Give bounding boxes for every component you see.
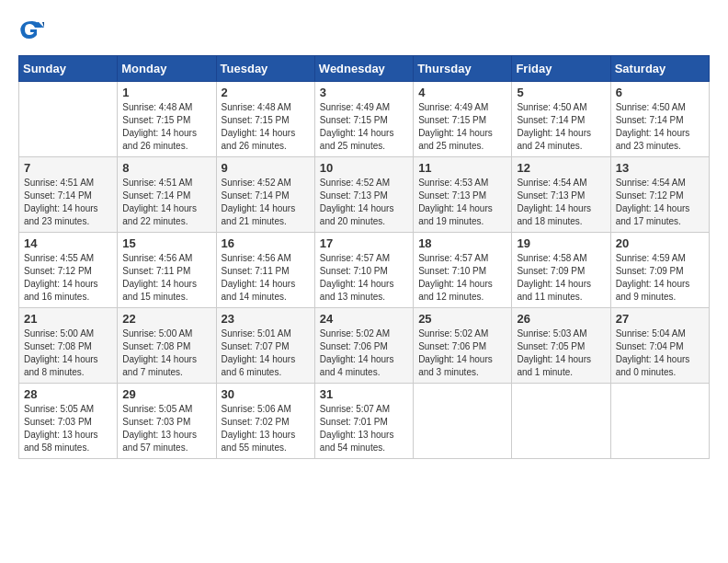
day-number: 4 xyxy=(418,86,506,99)
day-info: Sunrise: 4:54 AM Sunset: 7:12 PM Dayligh… xyxy=(616,177,704,228)
day-number: 23 xyxy=(222,312,310,326)
calendar-cell: 19Sunrise: 4:58 AM Sunset: 7:09 PM Dayli… xyxy=(512,233,610,308)
day-info: Sunrise: 4:52 AM Sunset: 7:13 PM Dayligh… xyxy=(320,177,408,228)
calendar-cell: 22Sunrise: 5:00 AM Sunset: 7:08 PM Dayli… xyxy=(118,308,216,384)
weekday-header-wednesday: Wednesday xyxy=(314,56,413,82)
calendar-cell xyxy=(414,384,512,459)
day-number: 16 xyxy=(222,236,310,250)
day-number: 12 xyxy=(517,161,605,175)
calendar-week-row: 14Sunrise: 4:55 AM Sunset: 7:12 PM Dayli… xyxy=(19,233,710,308)
day-info: Sunrise: 4:57 AM Sunset: 7:10 PM Dayligh… xyxy=(418,252,506,304)
day-info: Sunrise: 4:52 AM Sunset: 7:14 PM Dayligh… xyxy=(222,177,310,228)
calendar-week-row: 28Sunrise: 5:05 AM Sunset: 7:03 PM Dayli… xyxy=(19,384,710,459)
day-number: 5 xyxy=(517,86,605,99)
day-info: Sunrise: 4:56 AM Sunset: 7:11 PM Dayligh… xyxy=(122,252,210,304)
day-info: Sunrise: 4:50 AM Sunset: 7:14 PM Dayligh… xyxy=(517,101,605,153)
weekday-header-tuesday: Tuesday xyxy=(216,56,314,82)
day-number: 30 xyxy=(222,387,310,401)
calendar-cell: 26Sunrise: 5:03 AM Sunset: 7:05 PM Dayli… xyxy=(512,308,610,384)
day-info: Sunrise: 4:59 AM Sunset: 7:09 PM Dayligh… xyxy=(616,252,704,304)
calendar-cell: 10Sunrise: 4:52 AM Sunset: 7:13 PM Dayli… xyxy=(314,157,413,233)
day-info: Sunrise: 5:02 AM Sunset: 7:06 PM Dayligh… xyxy=(320,327,408,379)
calendar-cell: 1Sunrise: 4:48 AM Sunset: 7:15 PM Daylig… xyxy=(118,82,216,157)
day-info: Sunrise: 4:48 AM Sunset: 7:15 PM Dayligh… xyxy=(222,101,310,153)
day-number: 17 xyxy=(320,236,408,250)
day-info: Sunrise: 4:50 AM Sunset: 7:14 PM Dayligh… xyxy=(616,101,704,153)
day-info: Sunrise: 4:49 AM Sunset: 7:15 PM Dayligh… xyxy=(418,101,506,153)
day-number: 15 xyxy=(122,236,210,250)
calendar-cell: 24Sunrise: 5:02 AM Sunset: 7:06 PM Dayli… xyxy=(314,308,413,384)
calendar-cell: 6Sunrise: 4:50 AM Sunset: 7:14 PM Daylig… xyxy=(610,82,709,157)
calendar-cell: 21Sunrise: 5:00 AM Sunset: 7:08 PM Dayli… xyxy=(19,308,118,384)
day-info: Sunrise: 4:57 AM Sunset: 7:10 PM Dayligh… xyxy=(320,252,408,304)
day-number: 24 xyxy=(320,312,408,326)
day-info: Sunrise: 4:51 AM Sunset: 7:14 PM Dayligh… xyxy=(122,177,210,228)
calendar-cell xyxy=(512,384,610,459)
calendar-cell: 31Sunrise: 5:07 AM Sunset: 7:01 PM Dayli… xyxy=(314,384,413,459)
calendar-cell: 20Sunrise: 4:59 AM Sunset: 7:09 PM Dayli… xyxy=(610,233,709,308)
day-info: Sunrise: 5:03 AM Sunset: 7:05 PM Dayligh… xyxy=(517,327,605,379)
calendar-week-row: 21Sunrise: 5:00 AM Sunset: 7:08 PM Dayli… xyxy=(19,308,710,384)
day-info: Sunrise: 5:05 AM Sunset: 7:03 PM Dayligh… xyxy=(24,403,112,454)
calendar-cell: 25Sunrise: 5:02 AM Sunset: 7:06 PM Dayli… xyxy=(414,308,512,384)
day-info: Sunrise: 4:54 AM Sunset: 7:13 PM Dayligh… xyxy=(517,177,605,228)
page-header xyxy=(18,18,710,46)
day-info: Sunrise: 5:06 AM Sunset: 7:02 PM Dayligh… xyxy=(222,403,310,454)
calendar-cell: 28Sunrise: 5:05 AM Sunset: 7:03 PM Dayli… xyxy=(19,384,118,459)
day-number: 21 xyxy=(24,312,112,326)
day-number: 22 xyxy=(122,312,210,326)
day-number: 10 xyxy=(320,161,408,175)
calendar-cell xyxy=(610,384,709,459)
day-info: Sunrise: 4:51 AM Sunset: 7:14 PM Dayligh… xyxy=(24,177,112,228)
weekday-header-thursday: Thursday xyxy=(414,56,512,82)
logo xyxy=(18,18,50,46)
calendar-cell: 11Sunrise: 4:53 AM Sunset: 7:13 PM Dayli… xyxy=(414,157,512,233)
day-number: 19 xyxy=(517,236,605,250)
calendar-week-row: 1Sunrise: 4:48 AM Sunset: 7:15 PM Daylig… xyxy=(19,82,710,157)
calendar-cell: 18Sunrise: 4:57 AM Sunset: 7:10 PM Dayli… xyxy=(414,233,512,308)
weekday-header-row: SundayMondayTuesdayWednesdayThursdayFrid… xyxy=(19,56,710,82)
calendar-cell: 3Sunrise: 4:49 AM Sunset: 7:15 PM Daylig… xyxy=(314,82,413,157)
day-info: Sunrise: 4:58 AM Sunset: 7:09 PM Dayligh… xyxy=(517,252,605,304)
day-info: Sunrise: 5:02 AM Sunset: 7:06 PM Dayligh… xyxy=(418,327,506,379)
day-number: 14 xyxy=(24,236,112,250)
day-info: Sunrise: 5:04 AM Sunset: 7:04 PM Dayligh… xyxy=(616,327,704,379)
calendar-cell: 9Sunrise: 4:52 AM Sunset: 7:14 PM Daylig… xyxy=(216,157,314,233)
day-number: 26 xyxy=(517,312,605,326)
day-number: 6 xyxy=(616,86,704,99)
calendar-cell: 30Sunrise: 5:06 AM Sunset: 7:02 PM Dayli… xyxy=(216,384,314,459)
calendar-cell xyxy=(19,82,118,157)
calendar-cell: 5Sunrise: 4:50 AM Sunset: 7:14 PM Daylig… xyxy=(512,82,610,157)
day-number: 25 xyxy=(418,312,506,326)
day-number: 28 xyxy=(24,387,112,401)
day-number: 31 xyxy=(320,387,408,401)
day-info: Sunrise: 5:07 AM Sunset: 7:01 PM Dayligh… xyxy=(320,403,408,454)
day-number: 8 xyxy=(122,161,210,175)
calendar-cell: 27Sunrise: 5:04 AM Sunset: 7:04 PM Dayli… xyxy=(610,308,709,384)
calendar-cell: 12Sunrise: 4:54 AM Sunset: 7:13 PM Dayli… xyxy=(512,157,610,233)
day-info: Sunrise: 4:48 AM Sunset: 7:15 PM Dayligh… xyxy=(122,101,210,153)
day-number: 18 xyxy=(418,236,506,250)
day-info: Sunrise: 4:56 AM Sunset: 7:11 PM Dayligh… xyxy=(222,252,310,304)
calendar-cell: 17Sunrise: 4:57 AM Sunset: 7:10 PM Dayli… xyxy=(314,233,413,308)
logo-icon xyxy=(18,18,46,46)
day-info: Sunrise: 5:05 AM Sunset: 7:03 PM Dayligh… xyxy=(122,403,210,454)
day-number: 13 xyxy=(616,161,704,175)
calendar-cell: 14Sunrise: 4:55 AM Sunset: 7:12 PM Dayli… xyxy=(19,233,118,308)
day-number: 29 xyxy=(122,387,210,401)
calendar-week-row: 7Sunrise: 4:51 AM Sunset: 7:14 PM Daylig… xyxy=(19,157,710,233)
day-info: Sunrise: 4:53 AM Sunset: 7:13 PM Dayligh… xyxy=(418,177,506,228)
day-info: Sunrise: 4:55 AM Sunset: 7:12 PM Dayligh… xyxy=(24,252,112,304)
calendar-cell: 15Sunrise: 4:56 AM Sunset: 7:11 PM Dayli… xyxy=(118,233,216,308)
calendar-cell: 23Sunrise: 5:01 AM Sunset: 7:07 PM Dayli… xyxy=(216,308,314,384)
day-number: 7 xyxy=(24,161,112,175)
day-number: 3 xyxy=(320,86,408,99)
day-info: Sunrise: 5:00 AM Sunset: 7:08 PM Dayligh… xyxy=(24,327,112,379)
calendar-cell: 29Sunrise: 5:05 AM Sunset: 7:03 PM Dayli… xyxy=(118,384,216,459)
day-info: Sunrise: 4:49 AM Sunset: 7:15 PM Dayligh… xyxy=(320,101,408,153)
calendar-table: SundayMondayTuesdayWednesdayThursdayFrid… xyxy=(18,55,710,459)
calendar-cell: 13Sunrise: 4:54 AM Sunset: 7:12 PM Dayli… xyxy=(610,157,709,233)
weekday-header-sunday: Sunday xyxy=(19,56,118,82)
day-number: 20 xyxy=(616,236,704,250)
calendar-cell: 7Sunrise: 4:51 AM Sunset: 7:14 PM Daylig… xyxy=(19,157,118,233)
